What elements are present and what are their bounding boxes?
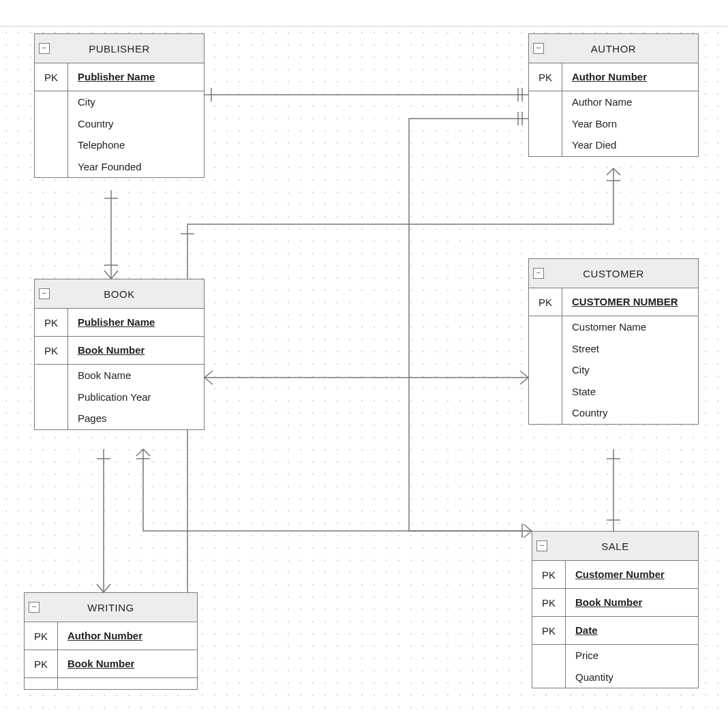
title-text: CUSTOMER bbox=[583, 268, 644, 279]
pk-badge: PK bbox=[25, 650, 58, 677]
pk-empty bbox=[529, 316, 562, 424]
attr-row: Author Name Year Born Year Died bbox=[529, 91, 698, 156]
attr: Year Founded bbox=[78, 160, 194, 174]
attr: Pages bbox=[78, 412, 194, 425]
pk-row: PK Author Number bbox=[25, 622, 197, 650]
entity-customer[interactable]: − CUSTOMER PK CUSTOMER NUMBER Customer N… bbox=[528, 258, 699, 425]
pk-attr: Publisher Name bbox=[78, 316, 194, 329]
attr-row: City Country Telephone Year Founded bbox=[35, 91, 204, 177]
attr: City bbox=[78, 95, 194, 109]
attr: Author Name bbox=[572, 95, 688, 109]
collapse-icon[interactable]: − bbox=[39, 288, 50, 299]
pk-row: PK Date bbox=[532, 617, 698, 645]
pk-row: PK Customer Number bbox=[532, 561, 698, 589]
attr: Price bbox=[575, 649, 688, 662]
pk-attr: Author Number bbox=[572, 70, 688, 84]
pk-attr: CUSTOMER NUMBER bbox=[572, 295, 688, 309]
entity-writing[interactable]: − WRITING PK Author Number PK Book Numbe… bbox=[24, 592, 198, 690]
pk-attr: Book Number bbox=[67, 657, 187, 671]
title-text: BOOK bbox=[104, 288, 134, 300]
pk-row: PK CUSTOMER NUMBER bbox=[529, 288, 698, 316]
pk-empty bbox=[25, 678, 58, 689]
title-text: SALE bbox=[601, 540, 628, 552]
pk-badge: PK bbox=[532, 589, 566, 616]
collapse-icon[interactable]: − bbox=[533, 268, 544, 279]
attr: Country bbox=[78, 117, 194, 131]
pk-empty bbox=[35, 91, 68, 177]
attr: Customer Name bbox=[572, 320, 688, 334]
attr: Publication Year bbox=[78, 391, 194, 404]
entity-author[interactable]: − AUTHOR PK Author Number Author Name Ye… bbox=[528, 33, 699, 157]
entity-title: − PUBLISHER bbox=[35, 34, 204, 63]
pk-badge: PK bbox=[25, 622, 58, 650]
pk-empty bbox=[35, 365, 68, 429]
pk-row: PK Publisher Name bbox=[35, 63, 204, 91]
attr: Country bbox=[572, 406, 688, 420]
pk-attr: Book Number bbox=[78, 344, 194, 357]
attr-row: Price Quantity bbox=[532, 645, 698, 688]
pk-row: PK Author Number bbox=[529, 63, 698, 91]
pk-attr: Customer Number bbox=[575, 568, 688, 581]
entity-title: − CUSTOMER bbox=[529, 259, 698, 288]
pk-row: PK Book Number bbox=[532, 589, 698, 617]
pk-attr: Publisher Name bbox=[78, 70, 194, 84]
pk-badge: PK bbox=[532, 561, 566, 588]
entity-book[interactable]: − BOOK PK Publisher Name PK Book Number … bbox=[34, 279, 204, 430]
attr: Year Died bbox=[572, 138, 688, 152]
pk-attr: Book Number bbox=[575, 596, 688, 609]
title-text: PUBLISHER bbox=[89, 43, 150, 55]
attr: Street bbox=[572, 342, 688, 356]
pk-badge: PK bbox=[529, 63, 562, 91]
pk-badge: PK bbox=[35, 309, 68, 336]
pk-badge: PK bbox=[35, 337, 68, 364]
collapse-icon[interactable]: − bbox=[29, 602, 40, 613]
entity-sale[interactable]: − SALE PK Customer Number PK Book Number… bbox=[532, 531, 699, 688]
entity-title: − SALE bbox=[532, 532, 698, 561]
title-text: WRITING bbox=[87, 602, 134, 613]
attr: Telephone bbox=[78, 138, 194, 152]
pk-badge: PK bbox=[529, 288, 562, 316]
attr: Year Born bbox=[572, 117, 688, 131]
title-text: AUTHOR bbox=[591, 43, 636, 55]
collapse-icon[interactable]: − bbox=[533, 43, 544, 54]
entity-title: − BOOK bbox=[35, 279, 204, 309]
attr-row bbox=[25, 678, 197, 689]
pk-row: PK Publisher Name bbox=[35, 309, 204, 337]
collapse-icon[interactable]: − bbox=[39, 43, 50, 54]
pk-empty bbox=[532, 645, 566, 688]
collapse-icon[interactable]: − bbox=[536, 540, 547, 551]
attr: Book Name bbox=[78, 369, 194, 382]
attr: State bbox=[572, 385, 688, 399]
pk-badge: PK bbox=[532, 617, 566, 644]
entity-title: − AUTHOR bbox=[529, 34, 698, 63]
pk-row: PK Book Number bbox=[35, 337, 204, 365]
entity-title: − WRITING bbox=[25, 593, 197, 622]
attr: City bbox=[572, 363, 688, 377]
pk-badge: PK bbox=[35, 63, 68, 91]
entity-publisher[interactable]: − PUBLISHER PK Publisher Name City Count… bbox=[34, 33, 204, 178]
pk-row: PK Book Number bbox=[25, 650, 197, 678]
pk-attr: Date bbox=[575, 624, 688, 637]
pk-empty bbox=[529, 91, 562, 156]
attr: Quantity bbox=[575, 671, 688, 684]
pk-attr: Author Number bbox=[67, 629, 187, 643]
attr-row: Customer Name Street City State Country bbox=[529, 316, 698, 424]
attr-row: Book Name Publication Year Pages bbox=[35, 365, 204, 429]
er-canvas: − PUBLISHER PK Publisher Name City Count… bbox=[0, 26, 728, 717]
